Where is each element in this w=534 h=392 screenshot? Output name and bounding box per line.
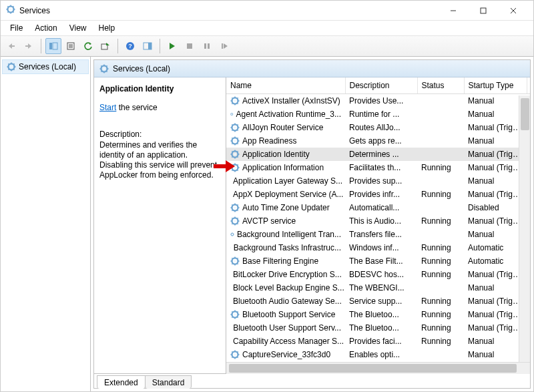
properties-button[interactable] (63, 38, 79, 54)
menu-view[interactable]: View (64, 22, 92, 34)
start-service-line: Start the service (99, 103, 219, 112)
start-suffix: the service (116, 103, 157, 112)
column-header-startup[interactable]: Startup Type (464, 77, 527, 94)
service-description: Gets apps re... (345, 134, 417, 148)
service-description: The WBENGI... (345, 281, 417, 295)
service-startup: Manual (Trigg... (464, 214, 527, 228)
refresh-button[interactable] (80, 38, 96, 54)
table-row[interactable]: Block Level Backup Engine S...The WBENGI… (226, 281, 530, 295)
separator-icon (117, 39, 118, 53)
service-description: Automaticall... (345, 201, 417, 214)
scrollbar-thumb[interactable] (229, 364, 517, 373)
table-row[interactable]: Background Intelligent Tran...Transfers … (226, 228, 530, 241)
menu-file[interactable]: File (5, 22, 28, 34)
table-row[interactable]: Base Filtering EngineThe Base Filt...Run… (226, 254, 530, 268)
svg-rect-30 (222, 43, 223, 49)
export-list-button[interactable] (97, 38, 113, 54)
column-header-status[interactable]: Status (417, 77, 464, 94)
table-row[interactable]: App ReadinessGets apps re...ManualLoc (226, 134, 530, 148)
nav-tree: Services (Local) (1, 57, 91, 391)
svg-rect-11 (481, 8, 486, 13)
service-name: Application Information (242, 163, 324, 172)
service-description: Provides infr... (345, 188, 417, 201)
pause-service-button[interactable] (199, 38, 215, 54)
service-startup: Manual (Trigg... (464, 121, 527, 134)
service-status (417, 228, 464, 241)
table-row[interactable]: Agent Activation Runtime_3...Runtime for… (226, 108, 530, 121)
detail-service-name: Application Identity (99, 84, 219, 93)
description-label: Description: (99, 130, 219, 139)
table-row[interactable]: CaptureService_33fc3d0Enables opti...Man… (226, 348, 530, 361)
service-name: Agent Activation Runtime_3... (236, 110, 341, 119)
stop-service-button[interactable] (182, 38, 198, 54)
table-row[interactable]: Application IdentityDetermines ...Manual… (226, 148, 530, 161)
service-description: Service supp... (345, 295, 417, 308)
nav-item-services-local[interactable]: Services (Local) (2, 59, 89, 74)
scrollbar-thumb[interactable] (521, 98, 529, 130)
service-description: The Bluetoo... (345, 321, 417, 335)
svg-text:?: ? (128, 43, 132, 49)
restart-service-button[interactable] (216, 38, 232, 54)
content-header: Services (Local) (94, 60, 530, 77)
table-row[interactable]: Bluetooth User Support Serv...The Blueto… (226, 321, 530, 335)
service-description: Provides Use... (345, 94, 417, 108)
description-text: Determines and verifies the identity of … (99, 140, 219, 180)
services-table-wrap: Name Description Status Startup Type Log… (226, 77, 530, 373)
window-title: Services (19, 6, 50, 15)
table-row[interactable]: Application Layer Gateway S...Provides s… (226, 174, 530, 188)
table-row[interactable]: Background Tasks Infrastruc...Windows in… (226, 241, 530, 254)
service-status (417, 121, 464, 134)
service-name: Bluetooth Audio Gateway Se... (233, 297, 342, 306)
service-name: CaptureService_33fc3d0 (242, 350, 330, 359)
service-description: Transfers file... (345, 228, 417, 241)
detail-pane: Application Identity Start the service D… (94, 77, 226, 373)
table-row[interactable]: AVCTP serviceThis is Audio...RunningManu… (226, 214, 530, 228)
close-button[interactable] (498, 1, 528, 20)
service-description: Runtime for ... (345, 108, 417, 121)
table-row[interactable]: Application InformationFacilitates th...… (226, 161, 530, 174)
service-startup: Automatic (464, 254, 527, 268)
table-row[interactable]: Capability Access Manager S...Provides f… (226, 335, 530, 348)
service-startup: Disabled (464, 201, 527, 214)
service-status (417, 134, 464, 148)
table-row[interactable]: Bluetooth Support ServiceThe Bluetoo...R… (226, 308, 530, 321)
tab-extended[interactable]: Extended (97, 375, 146, 389)
service-startup: Manual (Trigg... (464, 295, 527, 308)
menu-help[interactable]: Help (93, 22, 121, 34)
minimize-button[interactable] (438, 1, 468, 20)
service-status: Running (417, 308, 464, 321)
nav-item-label: Services (Local) (19, 62, 76, 71)
column-header-name[interactable]: Name (226, 77, 345, 94)
help-button[interactable]: ? (122, 38, 138, 54)
table-row[interactable]: Bluetooth Audio Gateway Se...Service sup… (226, 295, 530, 308)
svg-rect-29 (208, 43, 210, 49)
column-header-logon[interactable]: Log On As (527, 77, 530, 94)
maximize-button[interactable] (468, 1, 498, 20)
tab-standard[interactable]: Standard (145, 375, 192, 389)
table-row[interactable]: BitLocker Drive Encryption S...BDESVC ho… (226, 268, 530, 281)
service-startup: Manual (464, 228, 527, 241)
table-row[interactable]: AllJoyn Router ServiceRoutes AllJo...Man… (226, 121, 530, 134)
gear-icon (230, 230, 234, 239)
start-service-link[interactable]: Start (99, 103, 116, 112)
service-status: Running (417, 241, 464, 254)
horizontal-scrollbar[interactable] (226, 362, 530, 373)
separator-icon (41, 39, 41, 53)
table-row[interactable]: Auto Time Zone UpdaterAutomaticall...Dis… (226, 201, 530, 214)
title-bar: Services (1, 1, 533, 21)
content-title: Services (Local) (113, 64, 170, 73)
table-row[interactable]: ActiveX Installer (AxInstSV)Provides Use… (226, 94, 530, 108)
menu-action[interactable]: Action (29, 22, 62, 34)
show-hide-tree-button[interactable] (45, 38, 61, 54)
service-status (417, 148, 464, 161)
action-pane-button[interactable] (140, 38, 156, 54)
vertical-scrollbar[interactable] (519, 95, 530, 362)
forward-button[interactable] (21, 38, 37, 54)
column-header-description[interactable]: Description (345, 77, 417, 94)
start-service-button[interactable] (164, 38, 180, 54)
gear-icon (230, 150, 240, 159)
service-description: Enables opti... (345, 348, 417, 361)
service-startup: Manual (464, 335, 527, 348)
back-button[interactable] (3, 38, 19, 54)
table-row[interactable]: AppX Deployment Service (A...Provides in… (226, 188, 530, 201)
